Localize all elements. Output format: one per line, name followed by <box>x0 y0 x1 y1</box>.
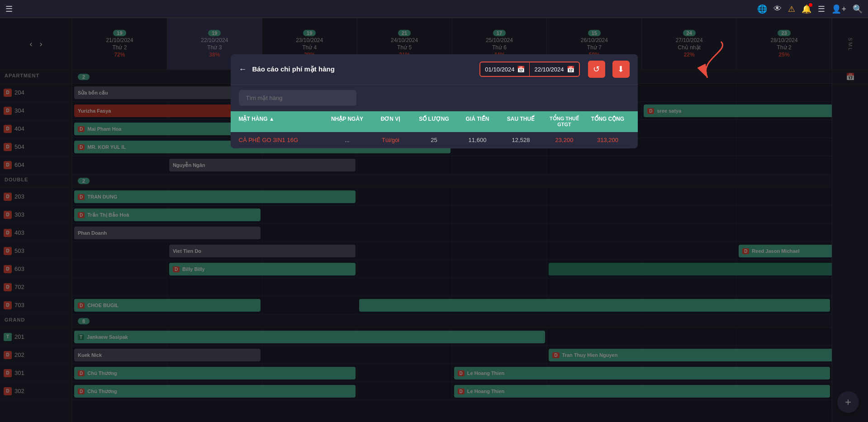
start-cal-icon[interactable]: 📅 <box>517 66 525 73</box>
download-button[interactable]: ⬇ <box>612 61 630 78</box>
th-mat-hang: MẶT HÀNG ▲ <box>239 116 326 128</box>
modal-overlay: ← Báo cáo chi phí mặt hàng 01/10/2024 📅 … <box>0 18 868 422</box>
th-gia-tien: GIÁ TIỀN <box>456 116 499 128</box>
eye-icon[interactable]: 👁 <box>773 4 782 14</box>
search-icon[interactable]: 🔍 <box>853 4 863 14</box>
product-search-input[interactable] <box>239 90 356 106</box>
nav-left: ☰ <box>5 4 13 14</box>
refresh-button[interactable]: ↺ <box>588 61 605 78</box>
top-navbar: ☰ 🌐 👁 ⚠ 🔔 ☰ 👤+ 🔍 <box>0 0 868 18</box>
modal-header: ← Báo cáo chi phí mặt hàng 01/10/2024 📅 … <box>231 54 638 85</box>
table-body: CÀ PHÊ GO 3IN1 16G ... Túi/gói 25 11,600… <box>231 132 638 148</box>
td-nhap-ngay: ... <box>326 137 369 143</box>
td-sau-thue: 12,528 <box>499 137 543 143</box>
th-sau-thue: SAU THUẾ <box>499 116 543 128</box>
td-so-luong: 25 <box>413 137 456 143</box>
end-date-group: 22/10/2024 📅 <box>530 63 579 76</box>
td-name: CÀ PHÊ GO 3IN1 16G <box>239 137 326 143</box>
end-date-value[interactable]: 22/10/2024 <box>534 66 564 73</box>
start-date-group: 01/10/2024 📅 <box>480 63 529 76</box>
th-tong-thue: TỔNG THUẾ GTGT <box>543 116 586 128</box>
globe-icon[interactable]: 🌐 <box>757 4 767 14</box>
th-nhap-ngay: NHẬP NGÀY <box>326 116 369 128</box>
end-cal-icon[interactable]: 📅 <box>567 66 574 73</box>
modal-title: Báo cáo chi phí mặt hàng <box>252 65 474 73</box>
report-modal: ← Báo cáo chi phí mặt hàng 01/10/2024 📅 … <box>231 54 638 148</box>
nav-right: 🌐 👁 ⚠ 🔔 ☰ 👤+ 🔍 <box>757 4 863 14</box>
bell-icon[interactable]: 🔔 <box>802 4 811 14</box>
th-tong-cong: TỔNG CỘNG <box>586 116 630 128</box>
td-tong-cong: 313,200 <box>586 137 630 143</box>
date-range-box: 01/10/2024 📅 22/10/2024 📅 <box>479 62 579 77</box>
table-row[interactable]: CÀ PHÊ GO 3IN1 16G ... Túi/gói 25 11,600… <box>239 132 630 148</box>
menu-icon[interactable]: ☰ <box>5 4 13 14</box>
modal-back-button[interactable]: ← <box>239 65 247 74</box>
red-arrow-decoration <box>694 37 730 84</box>
alert-icon[interactable]: ⚠ <box>788 4 795 14</box>
td-gia-tien: 11,600 <box>456 137 499 143</box>
th-so-luong: SỐ LƯỢNG <box>413 116 456 128</box>
table-header: MẶT HÀNG ▲ NHẬP NGÀY ĐƠN VỊ SỐ LƯỢNG GIÁ… <box>231 111 638 132</box>
user-plus-icon[interactable]: 👤+ <box>831 4 846 14</box>
th-don-vi: ĐƠN VỊ <box>369 116 413 128</box>
td-don-vi: Túi/gói <box>369 137 413 143</box>
bell-badge <box>809 3 812 7</box>
list-icon[interactable]: ☰ <box>818 4 825 14</box>
start-date-value[interactable]: 01/10/2024 <box>485 66 514 73</box>
modal-search-area <box>231 85 638 111</box>
td-tong-thue: 23,200 <box>543 137 586 143</box>
